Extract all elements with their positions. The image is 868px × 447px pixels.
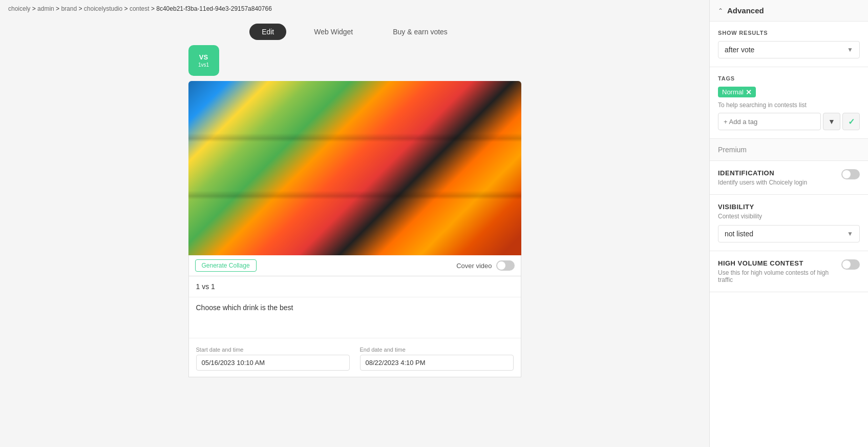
show-results-dropdown[interactable]: after vote ▼ <box>718 41 860 58</box>
shelf-background <box>188 81 521 255</box>
main-content: choicely > admin > brand > choicelystudi… <box>0 0 709 447</box>
contest-description-textarea[interactable] <box>189 297 521 338</box>
end-date-input[interactable] <box>360 355 514 371</box>
cover-video-toggle-row: Cover video <box>456 260 514 271</box>
premium-section: Premium <box>710 139 868 161</box>
tags-help-text: To help searching in contests list <box>718 101 860 109</box>
generate-collage-button[interactable]: Generate Collage <box>195 259 257 272</box>
badge-vs-text: VS <box>199 53 208 61</box>
chevron-up-icon: ⌃ <box>718 7 723 14</box>
tab-buy-earn-votes[interactable]: Buy & earn votes <box>380 24 460 40</box>
badge-label-text: 1vs1 <box>198 62 209 68</box>
show-results-section: SHOW RESULTS after vote ▼ <box>710 22 868 67</box>
identification-title: IDENTIFICATION <box>718 169 836 177</box>
high-volume-desc: Use this for high volume contests of hig… <box>718 269 836 283</box>
show-results-value: after vote <box>725 46 754 54</box>
visibility-dropdown[interactable]: not listed ▼ <box>718 225 860 242</box>
tags-label: TAGS <box>718 75 860 82</box>
dates-row: Start date and time End date and time <box>189 340 521 377</box>
visibility-section: VISIBILITY Contest visibility not listed… <box>710 195 868 251</box>
end-date-label: End date and time <box>360 347 514 353</box>
breadcrumb-text: choicely > admin > brand > choicelystudi… <box>8 5 272 12</box>
visibility-desc: Contest visibility <box>718 213 860 220</box>
high-volume-toggle-switch[interactable] <box>841 259 860 270</box>
end-date-field: End date and time <box>360 347 514 371</box>
identification-desc: Identify users with Choicely login <box>718 179 836 186</box>
breadcrumb-current: 8c40eb21-f3ba-11ed-94e3-29157a840766 <box>156 5 272 12</box>
show-results-arrow-icon: ▼ <box>847 46 853 53</box>
start-date-input[interactable] <box>196 355 350 371</box>
cover-video-toggle-switch[interactable] <box>496 260 515 271</box>
high-volume-title: HIGH VOLUME CONTEST <box>718 259 836 267</box>
tags-container: Normal ✕ <box>718 87 860 97</box>
start-date-label: Start date and time <box>196 347 350 353</box>
premium-label: Premium <box>718 146 747 154</box>
contest-title-input[interactable] <box>189 276 521 297</box>
cover-video-label: Cover video <box>456 262 492 270</box>
tags-section: TAGS Normal ✕ To help searching in conte… <box>710 67 868 139</box>
visibility-title: VISIBILITY <box>718 203 860 211</box>
contest-image <box>188 81 521 255</box>
panel-header-title: Advanced <box>727 6 764 15</box>
contest-type-badge: VS 1vs1 <box>188 45 219 76</box>
visibility-value: not listed <box>725 230 753 238</box>
identification-section: IDENTIFICATION Identify users with Choic… <box>710 161 868 195</box>
contest-form: Start date and time End date and time <box>188 276 521 377</box>
identification-info: IDENTIFICATION Identify users with Choic… <box>718 169 836 186</box>
tab-edit[interactable]: Edit <box>249 24 286 40</box>
high-volume-toggle-row: HIGH VOLUME CONTEST Use this for high vo… <box>718 259 860 283</box>
identification-toggle-switch[interactable] <box>841 169 860 179</box>
tab-web-widget[interactable]: Web Widget <box>302 24 365 40</box>
add-tag-input[interactable] <box>718 113 821 130</box>
start-date-field: Start date and time <box>196 347 350 371</box>
image-toolbar: Generate Collage Cover video <box>188 255 521 276</box>
right-panel: ⌃ Advanced SHOW RESULTS after vote ▼ TAG… <box>709 0 868 447</box>
identification-toggle-row: IDENTIFICATION Identify users with Choic… <box>718 169 860 186</box>
high-volume-info: HIGH VOLUME CONTEST Use this for high vo… <box>718 259 836 283</box>
add-tag-row: ▼ ✓ <box>718 113 860 130</box>
visibility-arrow-icon: ▼ <box>847 230 853 237</box>
show-results-label: SHOW RESULTS <box>718 30 860 36</box>
high-volume-section: HIGH VOLUME CONTEST Use this for high vo… <box>710 251 868 292</box>
tag-normal: Normal ✕ <box>718 87 756 97</box>
breadcrumb: choicely > admin > brand > choicelystudi… <box>0 0 709 17</box>
tabs-bar: Edit Web Widget Buy & earn votes <box>0 17 709 45</box>
tag-normal-text: Normal <box>722 88 744 96</box>
add-tag-confirm-button[interactable]: ✓ <box>842 113 860 130</box>
panel-header: ⌃ Advanced <box>710 0 868 22</box>
contest-area: VS 1vs1 Generate Collage Cover video Sta… <box>188 45 521 398</box>
tag-normal-remove[interactable]: ✕ <box>746 89 752 96</box>
add-tag-dropdown-button[interactable]: ▼ <box>823 113 840 130</box>
